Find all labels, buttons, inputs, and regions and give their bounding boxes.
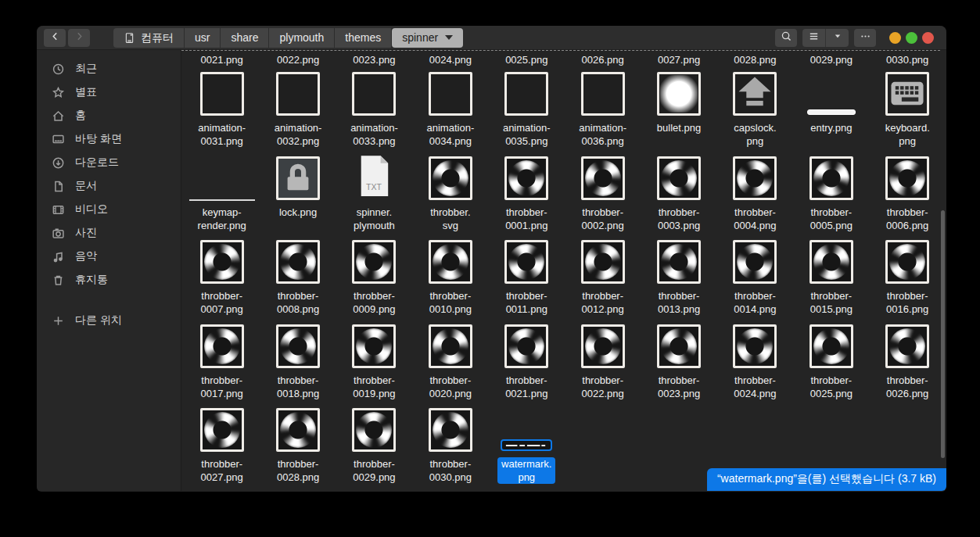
sidebar-item-videos[interactable]: 비디오: [37, 198, 181, 221]
file-item[interactable]: throbber-0014.png: [717, 238, 793, 323]
file-item[interactable]: throbber-0017.png: [184, 323, 260, 407]
file-thumbnail: [565, 155, 641, 202]
list-view-button[interactable]: [802, 29, 825, 47]
throbber-swirl: [356, 412, 392, 448]
search-button[interactable]: [775, 29, 797, 47]
file-item[interactable]: throbber-0016.png: [870, 238, 946, 323]
throbber-thumb: [657, 324, 701, 368]
file-item-partial[interactable]: 0021.png: [184, 50, 260, 66]
file-item[interactable]: throbber-0002.png: [565, 155, 641, 239]
sidebar-item-desktop[interactable]: 바탕 화면: [37, 127, 181, 151]
file-item[interactable]: throbber.svg: [412, 155, 488, 239]
breadcrumb-segment-share[interactable]: share: [221, 28, 268, 48]
chevron-down-icon: [832, 30, 843, 45]
file-item[interactable]: throbber-0019.png: [336, 323, 412, 407]
file-item[interactable]: throbber-0011.png: [489, 238, 565, 323]
file-item[interactable]: throbber-0009.png: [336, 238, 412, 323]
sidebar-item-downloads[interactable]: 다운로드: [37, 151, 181, 174]
forward-button[interactable]: [68, 29, 90, 47]
file-label: 0024.png: [426, 54, 475, 66]
file-item[interactable]: throbber-0018.png: [260, 323, 336, 407]
sidebar-item-music[interactable]: 음악: [37, 245, 181, 268]
file-item[interactable]: throbber-0027.png: [184, 406, 260, 491]
close-button[interactable]: [922, 32, 934, 44]
file-item-partial[interactable]: 0028.png: [717, 50, 793, 66]
file-item[interactable]: throbber-0025.png: [793, 323, 869, 407]
minimize-button[interactable]: [889, 32, 901, 44]
file-item[interactable]: watermark.png: [489, 406, 565, 491]
breadcrumb-segment-plymouth[interactable]: plymouth: [269, 28, 334, 48]
file-item[interactable]: bullet.png: [641, 70, 716, 155]
file-item-partial[interactable]: 0027.png: [641, 50, 716, 66]
breadcrumb-segment-usr[interactable]: usr: [185, 28, 220, 48]
file-thumbnail: [793, 238, 869, 285]
throbber-thumb: [429, 240, 472, 284]
throbber-swirl: [585, 160, 621, 196]
vertical-scrollbar-thumb[interactable]: [941, 210, 945, 458]
file-item[interactable]: capslock.png: [717, 70, 793, 155]
file-item[interactable]: animation-0032.png: [260, 70, 336, 155]
sidebar-item-home[interactable]: 홈: [37, 104, 181, 127]
file-item[interactable]: animation-0031.png: [184, 70, 260, 155]
file-item[interactable]: throbber-0003.png: [641, 155, 716, 239]
file-item-partial[interactable]: 0024.png: [412, 50, 488, 66]
file-item-partial[interactable]: 0023.png: [336, 50, 412, 66]
file-item[interactable]: throbber-0020.png: [412, 323, 488, 407]
file-item[interactable]: keyboard.png: [870, 70, 946, 155]
file-item[interactable]: throbber-0004.png: [717, 155, 793, 239]
file-thumbnail: [565, 323, 641, 370]
file-item[interactable]: throbber-0010.png: [412, 238, 488, 323]
sidebar-item-trash[interactable]: 휴지통: [37, 268, 181, 292]
file-item[interactable]: throbber-0024.png: [717, 323, 793, 407]
keymap-render-thumb: [189, 199, 255, 201]
file-label: 0023.png: [350, 54, 398, 66]
file-label: throbber-0024.png: [730, 374, 780, 400]
breadcrumb-segment-themes[interactable]: themes: [335, 28, 391, 48]
sidebar-item-documents[interactable]: 문서: [37, 174, 181, 198]
sidebar-item-pictures[interactable]: 사진: [37, 221, 181, 245]
file-item[interactable]: throbber-0029.png: [336, 406, 412, 491]
maximize-button[interactable]: [906, 32, 917, 44]
file-item[interactable]: throbber-0006.png: [870, 155, 946, 239]
file-item[interactable]: throbber-0005.png: [793, 155, 869, 239]
view-options-button[interactable]: [826, 29, 849, 47]
file-item[interactable]: animation-0034.png: [412, 70, 488, 155]
file-item[interactable]: lock.png: [260, 155, 336, 239]
file-item[interactable]: throbber-0008.png: [260, 238, 336, 323]
view-toggle-group: [802, 29, 849, 47]
breadcrumb-segment-컴퓨터[interactable]: 컴퓨터: [113, 28, 184, 48]
file-item[interactable]: entry.png: [793, 70, 869, 155]
file-item[interactable]: throbber-0013.png: [641, 238, 716, 323]
file-item[interactable]: throbber-0022.png: [565, 323, 641, 407]
file-item[interactable]: throbber-0026.png: [870, 323, 946, 407]
file-item[interactable]: throbber-0028.png: [260, 406, 336, 491]
file-item[interactable]: throbber-0030.png: [412, 406, 488, 491]
throbber-thumb: [733, 156, 777, 200]
file-label: throbber-0027.png: [197, 457, 247, 484]
file-item[interactable]: keymap-render.png: [184, 155, 260, 239]
file-item-partial[interactable]: 0029.png: [793, 50, 869, 66]
file-item[interactable]: throbber-0015.png: [793, 238, 869, 323]
file-item-partial[interactable]: 0022.png: [260, 50, 336, 66]
file-label: throbber-0030.png: [425, 457, 476, 484]
back-button[interactable]: [44, 29, 66, 47]
sidebar-item-other-locations[interactable]: 다른 위치: [37, 309, 181, 332]
menu-button[interactable]: [854, 29, 876, 47]
file-thumbnail: TXT: [336, 155, 412, 202]
breadcrumb-segment-spinner[interactable]: spinner: [392, 28, 463, 48]
file-item[interactable]: throbber-0023.png: [641, 323, 716, 407]
file-item[interactable]: throbber-0007.png: [184, 238, 260, 323]
file-item[interactable]: animation-0036.png: [565, 70, 641, 155]
sidebar-item-label: 비디오: [75, 202, 108, 217]
file-item[interactable]: animation-0035.png: [489, 70, 565, 155]
file-item[interactable]: throbber-0001.png: [489, 155, 565, 239]
file-item-partial[interactable]: 0026.png: [565, 50, 641, 66]
sidebar-item-recent[interactable]: 최근: [37, 57, 181, 81]
sidebar-item-starred[interactable]: 별표: [37, 81, 181, 104]
file-item[interactable]: TXTspinner.plymouth: [336, 155, 412, 239]
file-item[interactable]: animation-0033.png: [336, 70, 412, 155]
file-item-partial[interactable]: 0025.png: [489, 50, 565, 66]
file-item[interactable]: throbber-0012.png: [565, 238, 641, 323]
file-item-partial[interactable]: 0030.png: [870, 50, 946, 66]
file-item[interactable]: throbber-0021.png: [489, 323, 565, 407]
